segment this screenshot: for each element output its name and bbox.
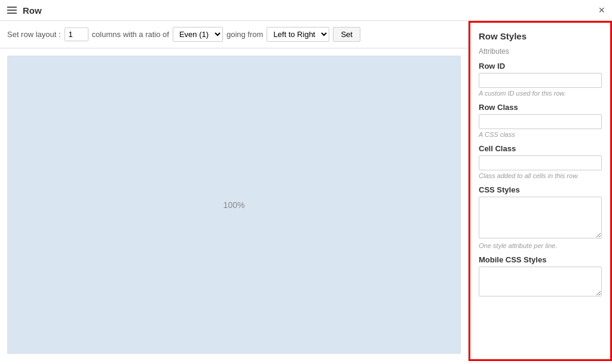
row-class-label: Row Class: [479, 103, 602, 112]
css-styles-textarea[interactable]: [479, 197, 602, 238]
mobile-css-styles-group: Mobile CSS Styles: [479, 255, 602, 298]
panel-section-label: Attributes: [479, 47, 602, 56]
canvas-cell-label: 100%: [224, 200, 245, 210]
title-bar: Row ×: [0, 0, 612, 21]
close-icon[interactable]: ×: [598, 5, 605, 16]
css-styles-label: CSS Styles: [479, 185, 602, 194]
cell-class-hint: Class added to all cells in this row.: [479, 172, 602, 179]
css-styles-group: CSS Styles One style attribute per line.: [479, 185, 602, 249]
title-bar-left: Row: [7, 5, 42, 16]
hamburger-icon[interactable]: [7, 7, 17, 14]
css-styles-hint: One style attribute per line.: [479, 242, 602, 249]
direction-select[interactable]: Left to Right Right to Left: [267, 27, 329, 42]
mobile-css-styles-label: Mobile CSS Styles: [479, 255, 602, 264]
page-title: Row: [23, 5, 42, 16]
cell-class-label: Cell Class: [479, 144, 602, 153]
panel-title: Row Styles: [479, 31, 602, 41]
columns-ratio-label: columns with a ratio of: [92, 30, 169, 39]
row-class-group: Row Class A CSS class: [479, 103, 602, 138]
left-panel: Set row layout : columns with a ratio of…: [0, 21, 469, 361]
main-layout: Set row layout : columns with a ratio of…: [0, 21, 612, 361]
mobile-css-styles-textarea[interactable]: [479, 267, 602, 296]
cell-class-group: Cell Class Class added to all cells in t…: [479, 144, 602, 179]
ratio-select[interactable]: Even (1) 1:2 2:1 1:1:1 1:2:1: [173, 27, 223, 42]
columns-input[interactable]: [65, 27, 88, 41]
row-id-input[interactable]: [479, 73, 602, 88]
row-id-label: Row ID: [479, 62, 602, 71]
row-id-group: Row ID A custom ID used for this row.: [479, 62, 602, 97]
set-button[interactable]: Set: [333, 27, 360, 42]
canvas-area: 100%: [0, 48, 468, 361]
cell-class-input[interactable]: [479, 155, 602, 170]
canvas-cell: 100%: [7, 56, 461, 354]
toolbar: Set row layout : columns with a ratio of…: [0, 21, 468, 48]
set-row-layout-label: Set row layout :: [7, 30, 61, 39]
going-from-label: going from: [227, 30, 263, 39]
row-id-hint: A custom ID used for this row.: [479, 90, 602, 97]
row-class-hint: A CSS class: [479, 131, 602, 138]
right-panel: Row Styles Attributes Row ID A custom ID…: [469, 21, 612, 361]
row-class-input[interactable]: [479, 114, 602, 129]
